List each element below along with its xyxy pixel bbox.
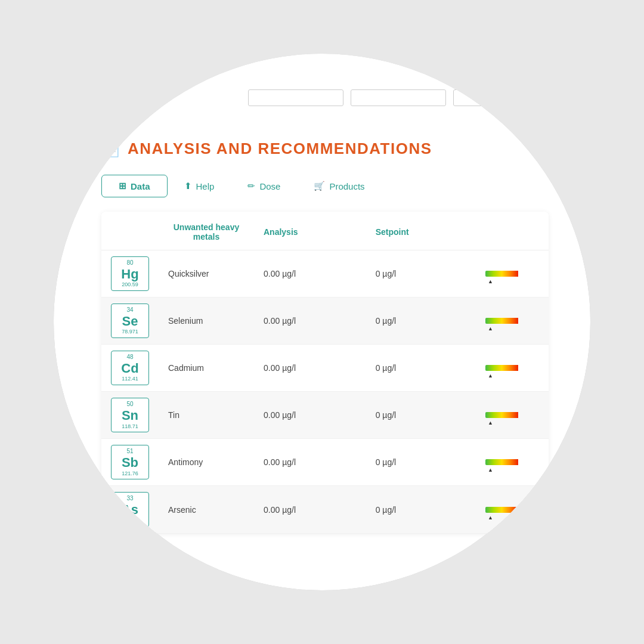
help-tab-icon: ⬆ (184, 181, 192, 191)
table-row: 80 Hg 200.59 Quicksilver0.00 µg/l0 µg/l (101, 250, 549, 298)
element-card: 80 Hg 200.59 (111, 256, 149, 291)
gauge-cell (476, 486, 549, 533)
section-heading: ANALYSIS AND RECOMMENDATIONS (128, 140, 432, 158)
setpoint-value: 0 µg/l (366, 486, 476, 533)
col-analysis-label: Analysis (264, 227, 298, 237)
atomic-mass: 200.59 (122, 281, 138, 288)
products-tab-icon: 🛒 (314, 181, 325, 191)
element-card-cell: 50 Sn 118.71 (101, 392, 159, 439)
element-name: Arsenic (159, 486, 254, 533)
tab-dose-label: Dose (259, 181, 280, 191)
element-card-cell: 33 As 74.922 (101, 486, 159, 533)
section-title: 📄 ANALYSIS AND RECOMMENDATIONS (101, 140, 549, 158)
element-card: 48 Cd 112.41 (111, 351, 149, 385)
setpoint-value: 0 µg/l (366, 250, 476, 298)
element-name: Antimony (159, 439, 254, 486)
element-symbol: Cd (121, 361, 138, 376)
top-input-1[interactable] (248, 89, 343, 106)
gauge-cell (476, 298, 549, 345)
col-name: Unwanted heavymetals (159, 212, 254, 250)
dose-tab-icon: ✏ (247, 181, 255, 191)
gauge-cell (476, 345, 549, 392)
element-card: 51 Sb 121.76 (111, 445, 149, 479)
atomic-number: 48 (126, 354, 133, 361)
element-symbol: Se (122, 314, 138, 329)
element-name: Tin (159, 392, 254, 439)
atomic-mass: 74.922 (122, 518, 138, 524)
analysis-value: 0.00 µg/l (254, 250, 366, 298)
gauge-bar-wrap (485, 365, 539, 371)
atomic-mass: 78.971 (122, 329, 138, 335)
heavy-metals-table: Unwanted heavymetals Analysis Setpoint 8… (101, 212, 549, 534)
element-symbol: Sn (122, 408, 138, 423)
atomic-number: 50 (126, 401, 133, 408)
gauge-bar (485, 365, 518, 371)
col-name-label: Unwanted heavymetals (174, 222, 239, 242)
element-card: 50 Sn 118.71 (111, 398, 149, 432)
top-input-2[interactable] (351, 89, 446, 106)
col-setpoint: Setpoint (366, 212, 476, 250)
data-tab-icon: ⊞ (119, 181, 126, 191)
table-row: 51 Sb 121.76 Antimony0.00 µg/l0 µg/l (101, 439, 549, 486)
gauge-bar (485, 507, 518, 513)
col-analysis: Analysis (254, 212, 366, 250)
element-symbol: As (122, 502, 138, 517)
element-card-cell: 34 Se 78.971 (101, 298, 159, 345)
table-row: 34 Se 78.971 Selenium0.00 µg/l0 µg/l (101, 298, 549, 345)
gauge-bar-wrap (485, 271, 539, 277)
gauge-bar-wrap (485, 507, 539, 513)
tab-dose[interactable]: ✏ Dose (231, 175, 297, 197)
setpoint-value: 0 µg/l (366, 298, 476, 345)
tab-help[interactable]: ⬆ Help (168, 175, 231, 197)
atomic-mass: 118.71 (122, 423, 138, 430)
analysis-value: 0.00 µg/l (254, 298, 366, 345)
top-input-3[interactable] (453, 89, 549, 106)
gauge-cell (476, 439, 549, 486)
atomic-number: 80 (126, 259, 133, 267)
col-setpoint-label: Setpoint (376, 227, 409, 237)
gauge-bar-wrap (485, 459, 539, 465)
gauge-bar-wrap (485, 318, 539, 324)
tab-products-label: Products (329, 181, 364, 191)
element-card: 33 As 74.922 (111, 492, 149, 527)
analysis-value: 0.00 µg/l (254, 345, 366, 392)
tab-data[interactable]: ⊞ Data (101, 175, 168, 197)
col-gauge (476, 212, 549, 250)
tabs-bar: ⊞ Data ⬆ Help ✏ Dose 🛒 Products (101, 175, 549, 197)
tab-products[interactable]: 🛒 Products (297, 175, 381, 197)
setpoint-value: 0 µg/l (366, 345, 476, 392)
atomic-number: 33 (126, 495, 133, 502)
element-card-cell: 80 Hg 200.59 (101, 250, 159, 298)
analysis-value: 0.00 µg/l (254, 392, 366, 439)
gauge-cell (476, 250, 549, 298)
col-element (101, 212, 159, 250)
atomic-number: 34 (126, 306, 133, 314)
table-row: 50 Sn 118.71 Tin0.00 µg/l0 µg/l (101, 392, 549, 439)
element-name: Cadmium (159, 345, 254, 392)
element-card-cell: 51 Sb 121.76 (101, 439, 159, 486)
setpoint-value: 0 µg/l (366, 439, 476, 486)
gauge-bar-wrap (485, 412, 539, 418)
element-symbol: Hg (121, 267, 138, 281)
tab-data-label: Data (131, 181, 150, 191)
element-name: Selenium (159, 298, 254, 345)
table-row: 48 Cd 112.41 Cadmium0.00 µg/l0 µg/l (101, 345, 549, 392)
setpoint-value: 0 µg/l (366, 392, 476, 439)
atomic-mass: 121.76 (122, 470, 138, 477)
gauge-cell (476, 392, 549, 439)
element-name: Quicksilver (159, 250, 254, 298)
section-icon: 📄 (101, 140, 120, 158)
element-symbol: Sb (122, 455, 138, 470)
element-card: 34 Se 78.971 (111, 304, 149, 338)
gauge-bar (485, 318, 518, 324)
analysis-value: 0.00 µg/l (254, 486, 366, 533)
gauge-bar (485, 271, 518, 277)
gauge-bar (485, 459, 518, 465)
document-label: ocument (101, 118, 136, 128)
analysis-value: 0.00 µg/l (254, 439, 366, 486)
element-card-cell: 48 Cd 112.41 (101, 345, 159, 392)
tab-help-label: Help (196, 181, 215, 191)
atomic-number: 51 (126, 448, 133, 455)
table-row: 33 As 74.922 Arsenic0.00 µg/l0 µg/l (101, 486, 549, 533)
atomic-mass: 112.41 (122, 376, 138, 382)
